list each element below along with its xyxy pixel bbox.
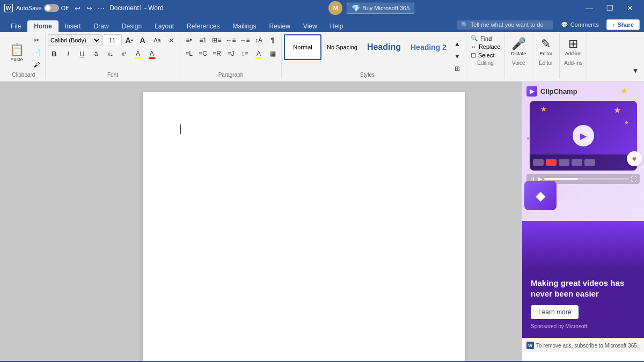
addins-button[interactable]: ⊞ Add-ins: [562, 34, 584, 59]
video-play-button[interactable]: ▶: [573, 125, 594, 146]
styles-group: Normal No Spacing Heading Heading 2 Styl…: [282, 33, 466, 79]
find-button[interactable]: 🔍 Find: [469, 34, 502, 42]
cut-button[interactable]: ✂: [30, 34, 43, 46]
tab-draw[interactable]: Draw: [87, 20, 115, 32]
learn-more-button[interactable]: Learn more: [531, 305, 579, 319]
subscript-button[interactable]: x₂: [104, 48, 116, 60]
tab-layout[interactable]: Layout: [148, 20, 180, 32]
clear-formatting-button[interactable]: ✕: [165, 34, 178, 46]
heart-button[interactable]: ♥: [627, 151, 642, 166]
clipboard-label: Clipboard: [12, 72, 35, 78]
styles-scroll-buttons: ▲ ▼ ⊞: [451, 38, 464, 75]
styles-scroll-down[interactable]: ▼: [451, 50, 464, 62]
select-icon: ▢: [471, 51, 476, 58]
tab-help[interactable]: Help: [324, 20, 350, 32]
timeline-el-5: [584, 159, 595, 166]
show-marks-button[interactable]: ¶: [266, 34, 279, 46]
buy-microsoft-365-button[interactable]: 💎 Buy Microsoft 365: [347, 3, 414, 14]
tab-home[interactable]: Home: [27, 20, 58, 32]
dictate-button[interactable]: 🎤 Dictate: [507, 34, 530, 59]
ribbon-collapse-button[interactable]: ▼: [629, 33, 642, 79]
restore-button[interactable]: ❐: [600, 0, 619, 16]
editing-buttons: 🔍 Find ↔ Replace ▢ Select: [469, 34, 502, 59]
undo-button[interactable]: ↩: [72, 3, 83, 13]
tab-review[interactable]: Review: [263, 20, 297, 32]
clipchamp-name: ClipChamp: [540, 87, 577, 95]
share-icon: ↑: [612, 21, 616, 28]
font-name-select[interactable]: Calibri (Body): [48, 34, 101, 46]
tab-file[interactable]: File: [4, 20, 27, 32]
borders-button[interactable]: ▦: [266, 48, 279, 60]
tab-view[interactable]: View: [297, 20, 324, 32]
title-bar: W AutoSave Off ↩ ↪ ⋯ Document1 - Word M …: [0, 0, 644, 16]
font-size-input[interactable]: [103, 34, 122, 46]
clipchamp-icon: ▶: [526, 86, 537, 97]
tab-insert[interactable]: Insert: [58, 20, 87, 32]
tab-mailings[interactable]: Mailings: [226, 20, 262, 32]
underline-button[interactable]: U: [76, 48, 89, 60]
para-row2: ≡L ≡C ≡R ≡J ↕≡ A ▦: [182, 48, 279, 60]
search-icon: 🔍: [461, 21, 469, 28]
line-spacing-button[interactable]: ↕≡: [238, 48, 251, 60]
paste-button[interactable]: 📋 Paste: [4, 40, 29, 65]
font-row1: Calibri (Body) A+ A- Aa ✕: [48, 34, 178, 46]
multilevel-list-button[interactable]: ⊞≡: [210, 34, 223, 46]
format-painter-button[interactable]: 🖌: [30, 59, 43, 71]
style-normal[interactable]: Normal: [284, 34, 321, 60]
font-color-button[interactable]: A: [145, 48, 158, 60]
increase-indent-button[interactable]: →≡: [238, 34, 251, 46]
play-icon: ▶: [580, 131, 587, 141]
styles-expand[interactable]: ⊞: [451, 63, 464, 75]
profile-avatar[interactable]: M: [328, 1, 342, 15]
bullets-button[interactable]: ≡•: [182, 34, 195, 46]
comments-button[interactable]: 💬 Comments: [555, 20, 604, 30]
svg-text:W: W: [6, 5, 11, 11]
search-placeholder[interactable]: Tell me what you want to do: [471, 21, 544, 28]
close-button[interactable]: ✕: [620, 0, 640, 16]
floating-card-icon: ◆: [536, 188, 545, 203]
select-button[interactable]: ▢ Select: [469, 51, 502, 59]
shrink-font-button[interactable]: A-: [137, 34, 150, 46]
document-page[interactable]: [143, 92, 465, 361]
tab-design[interactable]: Design: [115, 20, 148, 32]
autosave-toggle[interactable]: [44, 4, 59, 12]
clipchamp-ad-bottom: Making great videos has never been easie…: [522, 269, 644, 338]
clipchamp-ad-top: ▶ ClipChamp ★ ★ ● ★ ★ ★ ▶: [522, 82, 644, 221]
editor-label: Editor: [539, 60, 553, 66]
title-bar-left: W AutoSave Off ↩ ↪ ⋯ Document1 - Word: [4, 3, 164, 13]
align-right-button[interactable]: ≡R: [210, 48, 223, 60]
superscript-button[interactable]: x²: [118, 48, 130, 60]
style-no-spacing[interactable]: No Spacing: [323, 34, 362, 60]
align-center-button[interactable]: ≡C: [196, 48, 209, 60]
more-quick-actions[interactable]: ⋯: [96, 3, 106, 13]
document-area[interactable]: [86, 82, 522, 361]
strikethrough-button[interactable]: ā: [90, 48, 103, 60]
timeline-el-1: [533, 159, 544, 166]
numbering-button[interactable]: ≡1: [196, 34, 209, 46]
justify-button[interactable]: ≡J: [224, 48, 237, 60]
decrease-indent-button[interactable]: ←≡: [224, 34, 237, 46]
sort-button[interactable]: ↕A: [252, 34, 265, 46]
replace-button[interactable]: ↔ Replace: [469, 43, 502, 50]
style-heading2[interactable]: Heading 2: [406, 34, 451, 60]
styles-scroll-up[interactable]: ▲: [451, 38, 464, 50]
editor-button[interactable]: ✎ Editor: [535, 34, 557, 59]
right-panel: ▶ ClipChamp ★ ★ ● ★ ★ ★ ▶: [522, 82, 644, 361]
redo-button[interactable]: ↪: [84, 3, 94, 13]
italic-button[interactable]: I: [62, 48, 75, 60]
shading-button[interactable]: A: [252, 48, 265, 60]
share-button[interactable]: ↑ Share: [606, 19, 640, 30]
style-heading1[interactable]: Heading: [363, 34, 405, 60]
minimize-button[interactable]: —: [580, 0, 599, 16]
change-case-button[interactable]: Aa: [151, 34, 164, 46]
copy-button[interactable]: 📄: [30, 47, 43, 58]
editor-icon: ✎: [541, 37, 551, 51]
video-preview: ★ ★ ★ ▶: [530, 101, 637, 171]
grow-font-button[interactable]: A+: [123, 34, 136, 46]
bold-button[interactable]: B: [48, 48, 61, 60]
fullscreen-icon[interactable]: ⛶: [631, 176, 636, 182]
ribbon-toolbar: 📋 Paste ✂ 📄 🖌 Clipboard Calibri (Body) A…: [0, 32, 644, 82]
text-highlight-button[interactable]: A: [131, 48, 144, 60]
align-left-button[interactable]: ≡L: [182, 48, 195, 60]
tab-references[interactable]: References: [180, 20, 226, 32]
